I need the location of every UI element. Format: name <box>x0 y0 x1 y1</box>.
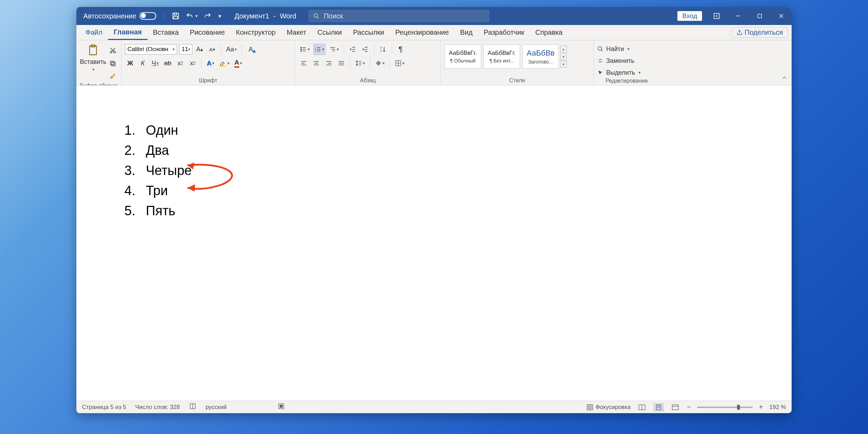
find-button[interactable]: Найти▾ <box>597 44 656 54</box>
styles-gallery-spinner[interactable]: ▴ ▾ ▾ <box>560 45 567 68</box>
copy-button[interactable] <box>108 58 118 69</box>
tab-references[interactable]: Ссылки <box>312 25 347 40</box>
word-count-status[interactable]: Число слов: 328 <box>135 404 180 411</box>
grow-font-button[interactable]: A▴ <box>194 43 205 55</box>
style-no-spacing[interactable]: АаБбВвГг.¶ Без инт... <box>483 44 520 69</box>
page-number-status[interactable]: Страница 5 из 5 <box>82 404 126 411</box>
close-button[interactable] <box>774 9 788 23</box>
tab-insert[interactable]: Вставка <box>148 25 184 40</box>
show-marks-button[interactable]: ¶ <box>395 43 406 55</box>
group-label: Стили <box>444 77 590 84</box>
style-normal[interactable]: АаБбВвГг.¶ Обычный <box>444 44 481 69</box>
outdent-icon <box>349 46 356 53</box>
sort-button[interactable]: AZ <box>378 43 388 55</box>
maximize-button[interactable] <box>753 9 767 23</box>
zoom-slider[interactable] <box>697 407 753 408</box>
zoom-in-button[interactable]: + <box>759 403 763 411</box>
share-button[interactable]: Поделиться <box>731 27 788 38</box>
tab-home[interactable]: Главная <box>108 25 147 40</box>
cut-button[interactable] <box>108 44 118 56</box>
svg-rect-73 <box>672 404 678 409</box>
subscript-button[interactable]: x2 <box>175 57 185 69</box>
text-effects-button[interactable]: A▾ <box>205 57 216 69</box>
multilevel-list-button[interactable]: ▾ <box>328 43 340 55</box>
document-area[interactable]: 1.Один 2.Два 3.Четыре 4.Три 5.Пять <box>76 85 792 401</box>
borders-button[interactable]: ▾ <box>393 57 406 69</box>
spellcheck-status[interactable] <box>189 402 197 412</box>
replace-button[interactable]: Заменить <box>597 56 656 66</box>
tab-file[interactable]: Файл <box>80 25 108 40</box>
zoom-level[interactable]: 192 % <box>769 404 786 411</box>
change-case-button[interactable]: Aa▾ <box>225 43 238 55</box>
tab-review[interactable]: Рецензирование <box>390 25 454 40</box>
style-heading1[interactable]: АаБбВвЗаголово... <box>522 44 559 69</box>
shading-button[interactable]: ▾ <box>374 57 386 69</box>
zoom-out-button[interactable]: − <box>687 403 691 411</box>
app-window: Автосохранение ▾ ▾ Документ1 - Word Поис… <box>76 7 792 413</box>
shrink-font-button[interactable]: A▾ <box>207 43 217 55</box>
ribbon: Вставить ▾ Буфер обмена Calibri (Основн▾… <box>76 40 792 85</box>
tab-design[interactable]: Конструктор <box>231 25 281 40</box>
strikethrough-button[interactable]: ab <box>162 57 173 69</box>
bold-button[interactable]: Ж <box>125 57 135 69</box>
language-status[interactable]: русский <box>206 404 227 411</box>
tab-mailings[interactable]: Рассылки <box>348 25 390 40</box>
paste-button[interactable]: Вставить ▾ <box>80 42 106 73</box>
macro-icon <box>277 402 285 410</box>
underline-button[interactable]: Ч▾ <box>150 57 160 69</box>
scissors-icon <box>109 47 116 54</box>
align-left-button[interactable] <box>299 57 309 69</box>
web-layout-button[interactable] <box>670 403 681 411</box>
tab-view[interactable]: Вид <box>454 25 478 40</box>
search-icon <box>597 46 603 52</box>
print-layout-button[interactable] <box>653 403 664 411</box>
increase-indent-button[interactable] <box>360 43 370 55</box>
focus-mode-button[interactable]: Фокусировка <box>586 404 631 411</box>
tab-help[interactable]: Справка <box>530 25 568 40</box>
qat-customize[interactable]: ▾ <box>218 13 221 19</box>
redo-button[interactable] <box>204 12 211 20</box>
align-right-button[interactable] <box>324 57 334 69</box>
font-size-select[interactable]: 11▾ <box>179 44 192 55</box>
font-color-button[interactable]: A▾ <box>233 57 243 69</box>
read-mode-button[interactable] <box>637 403 647 411</box>
numbering-button[interactable]: 123▾ <box>313 43 326 55</box>
minimize-button[interactable] <box>731 9 745 23</box>
clear-formatting-button[interactable]: A◆ <box>245 43 256 55</box>
autosave-toggle[interactable]: Автосохранение <box>83 12 156 20</box>
svg-point-3 <box>314 14 318 17</box>
search-input[interactable]: Поиск <box>309 10 489 22</box>
italic-button[interactable]: К <box>137 57 148 69</box>
superscript-button[interactable]: x2 <box>187 57 198 69</box>
svg-rect-17 <box>111 61 114 65</box>
decrease-indent-button[interactable] <box>348 43 358 55</box>
line-spacing-icon <box>355 60 362 67</box>
web-layout-icon <box>671 404 679 410</box>
login-button[interactable]: Вход <box>677 11 702 21</box>
highlight-icon <box>219 59 227 67</box>
svg-text:3: 3 <box>315 50 316 52</box>
align-center-button[interactable] <box>311 57 322 69</box>
svg-rect-2 <box>174 16 178 19</box>
save-button[interactable] <box>172 12 180 20</box>
format-painter-button[interactable] <box>108 71 118 83</box>
replace-icon <box>597 58 603 64</box>
tab-draw[interactable]: Рисование <box>184 25 231 40</box>
bullets-button[interactable]: ▾ <box>299 43 311 55</box>
tab-layout[interactable]: Макет <box>281 25 312 40</box>
undo-button[interactable]: ▾ <box>186 12 198 20</box>
collapse-ribbon-button[interactable] <box>781 75 787 82</box>
highlight-button[interactable]: ▾ <box>218 57 231 69</box>
group-clipboard: Вставить ▾ Буфер обмена <box>76 40 122 85</box>
svg-rect-18 <box>220 66 226 67</box>
line-spacing-button[interactable]: ▾ <box>354 57 366 69</box>
group-label: Абзац <box>299 77 437 84</box>
ribbon-options-button[interactable] <box>710 9 724 23</box>
tab-developer[interactable]: Разработчик <box>478 25 530 40</box>
align-justify-button[interactable] <box>336 57 347 69</box>
font-name-select[interactable]: Calibri (Основн▾ <box>125 44 177 55</box>
svg-rect-65 <box>280 405 282 407</box>
macro-status[interactable] <box>277 402 285 412</box>
select-button[interactable]: Выделить▾ <box>597 67 656 78</box>
svg-line-61 <box>601 50 603 51</box>
